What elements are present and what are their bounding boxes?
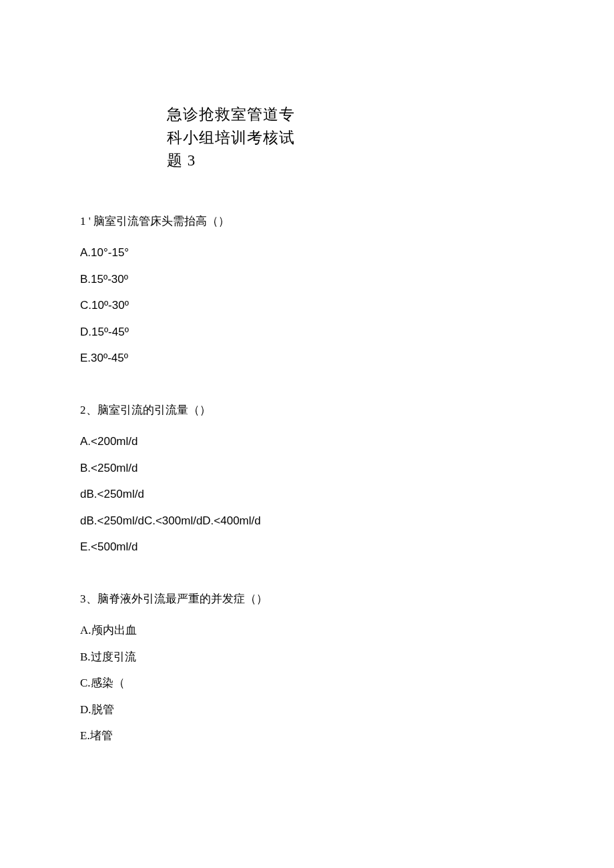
question-option: A.颅内出血 [80,622,534,639]
question-option: E.<500ml/d [80,538,534,556]
document-title: 急诊抢救室管道专 科小组培训考核试 题 3 [167,103,347,173]
title-line-3: 题 3 [167,149,347,173]
question-1: 1 ' 脑室引流管床头需抬高（） A.10°-15° B.15º-30º C.1… [80,213,534,367]
question-option: D.脱管 [80,701,534,719]
title-line-1: 急诊抢救室管道专 [167,103,347,127]
question-stem: 1 ' 脑室引流管床头需抬高（） [80,213,534,230]
question-3: 3、脑脊液外引流最严重的并发症（） A.颅内出血 B.过度引流 C.感染（ D.… [80,590,534,745]
question-2: 2、脑室引流的引流量（） A.<200ml/d B.<250ml/d dB.<2… [80,402,534,556]
question-option: B.15º-30º [80,271,534,288]
question-stem: 3、脑脊液外引流最严重的并发症（） [80,590,534,608]
question-stem: 2、脑室引流的引流量（） [80,402,534,419]
question-option: C.10º-30º [80,297,534,314]
question-option: E.堵管 [80,727,534,745]
question-option: E.30º-45º [80,350,534,367]
question-option: dB.<250ml/dC.<300ml/dD.<400ml/d [80,512,534,530]
question-option: dB.<250ml/d [80,486,534,503]
question-option: B.<250ml/d [80,460,534,477]
title-line-2: 科小组培训考核试 [167,127,347,150]
question-option: A.<200ml/d [80,433,534,450]
question-option: B.过度引流 [80,648,534,666]
question-option: D.15º-45º [80,324,534,341]
question-option: C.感染（ [80,675,534,692]
question-option: A.10°-15° [80,244,534,262]
